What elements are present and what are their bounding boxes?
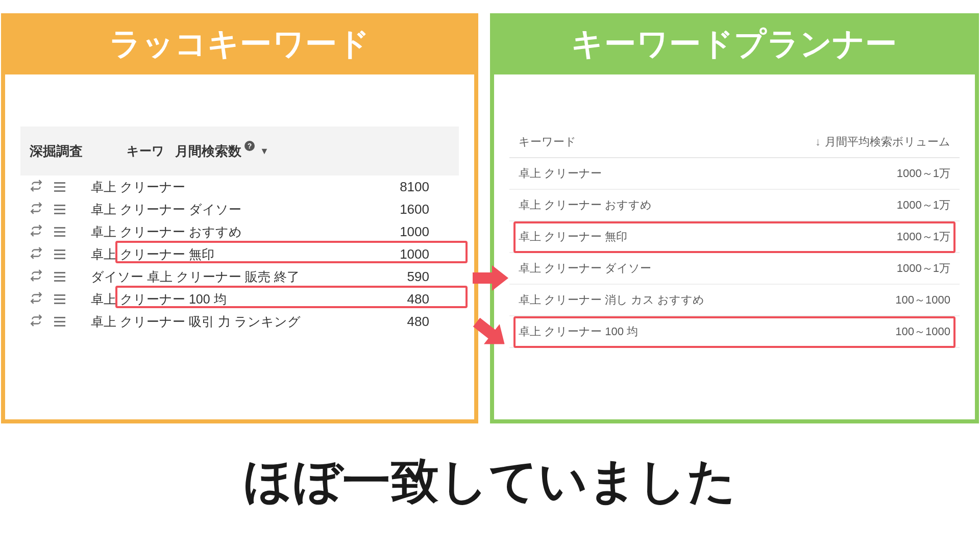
sort-desc-icon[interactable]: ▼ (260, 146, 269, 157)
volume-cell: 1000～1万 (838, 197, 950, 213)
menu-icon[interactable] (54, 317, 65, 327)
panel-rakko-title: ラッコキーワード (1, 13, 478, 74)
keyword-cell: 卓上 クリーナー (91, 179, 361, 195)
retweet-icon[interactable] (30, 269, 43, 284)
table-row: 卓上 クリーナー おすすめ1000～1万 (509, 190, 960, 221)
menu-icon[interactable] (54, 294, 65, 304)
retweet-icon[interactable] (30, 224, 43, 239)
keyword-cell: 卓上 クリーナー 吸引 力 ランキング (91, 313, 361, 330)
keyword-cell: 卓上 クリーナー 100 均 (91, 291, 361, 308)
keyword-cell: 卓上 クリーナー ダイソー (91, 201, 361, 218)
volume-cell: 100～1000 (838, 324, 950, 339)
table-row: 卓上 クリーナー ダイソー1600 (20, 198, 459, 220)
planner-col-volume[interactable]: ↓ 月間平均検索ボリューム (815, 134, 950, 149)
volume-cell: 1600 (361, 202, 450, 217)
retweet-icon[interactable] (30, 179, 43, 194)
retweet-icon[interactable] (30, 246, 43, 262)
arrow-icon (473, 264, 508, 292)
menu-icon[interactable] (54, 205, 65, 214)
menu-icon[interactable] (54, 182, 65, 192)
volume-cell: 1000～1万 (838, 229, 950, 244)
table-row: 卓上 クリーナー おすすめ1000 (20, 220, 459, 243)
retweet-icon[interactable] (30, 314, 43, 329)
panel-planner-title-text: キーワードプランナー (571, 22, 897, 65)
panel-rakko-title-text: ラッコキーワード (109, 22, 371, 65)
summary-text: ほぼ一致していました (0, 449, 980, 514)
panel-planner-title: キーワードプランナー (490, 13, 979, 74)
volume-cell: 480 (361, 314, 450, 330)
rakko-col-volume-label: 月間検索数 (175, 142, 241, 160)
table-row: 卓上 クリーナー 吸引 力 ランキング480 (20, 310, 459, 333)
table-row: 卓上 クリーナー1000～1万 (509, 158, 960, 190)
keyword-cell: 卓上 クリーナー 無印 (519, 229, 838, 244)
keyword-cell: 卓上 クリーナー 100 均 (519, 324, 838, 339)
table-row: 卓上 クリーナー8100 (20, 176, 459, 198)
rakko-col-keyword[interactable]: キーワ (127, 143, 175, 159)
keyword-cell: 卓上 クリーナー (519, 166, 838, 181)
table-row: 卓上 クリーナー 100 均480 (20, 288, 459, 310)
keyword-cell: 卓上 クリーナー 無印 (91, 246, 361, 263)
panel-rakko: ラッコキーワード 深掘調査 キーワ 月間検索数 ? ▼ 卓上 クリーナー8100… (1, 15, 478, 423)
volume-cell: 1000 (361, 246, 450, 262)
table-row: 卓上 クリーナー ダイソー1000～1万 (509, 253, 960, 285)
retweet-icon[interactable] (30, 291, 43, 307)
volume-cell: 590 (361, 269, 450, 285)
rakko-table-header: 深掘調査 キーワ 月間検索数 ? ▼ (20, 127, 459, 176)
planner-col-volume-label: 月間平均検索ボリューム (825, 134, 950, 149)
table-row: ダイソー 卓上 クリーナー 販売 終了590 (20, 265, 459, 288)
planner-table-header: キーワード ↓ 月間平均検索ボリューム (509, 127, 960, 158)
table-row: 卓上 クリーナー 消し カス おすすめ100～1000 (509, 285, 960, 316)
panel-rakko-body: 深掘調査 キーワ 月間検索数 ? ▼ 卓上 クリーナー8100卓上 クリーナー … (20, 81, 459, 409)
panel-planner-body: キーワード ↓ 月間平均検索ボリューム 卓上 クリーナー1000～1万卓上 クリ… (509, 81, 960, 409)
volume-cell: 100～1000 (838, 292, 950, 308)
volume-cell: 1000～1万 (838, 261, 950, 276)
keyword-cell: 卓上 クリーナー ダイソー (519, 261, 838, 276)
menu-icon[interactable] (54, 272, 65, 282)
keyword-cell: 卓上 クリーナー おすすめ (91, 223, 361, 240)
table-row: 卓上 クリーナー 無印1000 (20, 243, 459, 265)
table-row: 卓上 クリーナー 100 均100～1000 (509, 316, 960, 348)
volume-cell: 480 (361, 291, 450, 307)
menu-icon[interactable] (54, 227, 65, 237)
menu-icon[interactable] (54, 249, 65, 259)
volume-cell: 1000 (361, 224, 450, 240)
keyword-cell: 卓上 クリーナー おすすめ (519, 197, 838, 213)
help-icon[interactable]: ? (244, 141, 255, 151)
volume-cell: 1000～1万 (838, 166, 950, 181)
keyword-cell: 卓上 クリーナー 消し カス おすすめ (519, 292, 838, 308)
rakko-col-dig[interactable]: 深掘調査 (30, 142, 127, 160)
keyword-cell: ダイソー 卓上 クリーナー 販売 終了 (91, 268, 361, 285)
planner-col-keyword[interactable]: キーワード (519, 134, 815, 149)
planner-table: キーワード ↓ 月間平均検索ボリューム 卓上 クリーナー1000～1万卓上 クリ… (509, 127, 960, 348)
rakko-col-volume[interactable]: 月間検索数 ? ▼ (175, 142, 450, 160)
volume-cell: 8100 (361, 179, 450, 195)
panel-planner: キーワードプランナー キーワード ↓ 月間平均検索ボリューム 卓上 クリーナー1… (490, 15, 979, 423)
table-row: 卓上 クリーナー 無印1000～1万 (509, 221, 960, 253)
sort-asc-icon[interactable]: ↓ (815, 135, 821, 148)
retweet-icon[interactable] (30, 202, 43, 217)
